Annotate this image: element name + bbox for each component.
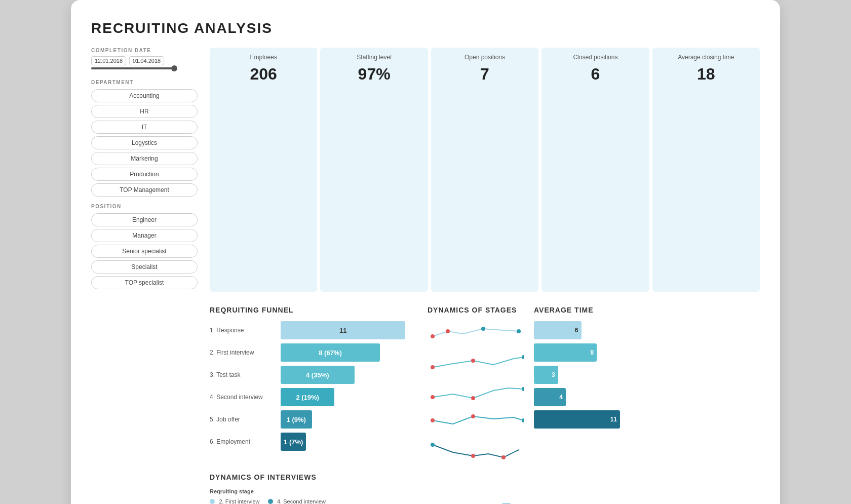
page-title: RECRUITING ANALYSIS [91,20,760,36]
svg-point-4 [431,365,435,369]
pos-senior-specialist[interactable]: Senior specialist [91,245,198,258]
kpi-staffing: Staffing level 97% [320,48,428,292]
funnel-bar-0: 11 [281,321,405,339]
sparkline-3 [428,406,524,432]
dept-top-management[interactable]: TOP Management [91,183,198,197]
kpi-avgtime: Average closing time 18 [652,48,760,292]
kpi-avgtime-label: Average closing time [657,54,755,61]
department-label: DEPARTMENT [91,80,198,85]
funnel-label-4: 5. Job offer [210,416,281,423]
dept-production[interactable]: Production [91,168,198,181]
dashboard: RECRUITING ANALYSIS COMPLETION DATE 12.0… [71,0,780,504]
kpi-emploees-value: 206 [215,65,312,84]
funnel-label-5: 6. Employment [210,438,281,445]
funnel-bar-wrap-1: 8 (67%) [281,343,422,362]
kpi-closed: Closed positions 6 [541,48,649,292]
kpi-open-value: 7 [436,65,533,84]
date-range: 12.01.2018 01.04.2018 [91,56,198,65]
funnel-section: REQRUITING FUNNEL 1. Response 11 2. Firs… [210,306,422,455]
date-slider[interactable] [91,67,177,69]
svg-point-6 [522,355,524,359]
svg-point-8 [471,396,475,400]
funnel-title: REQRUITING FUNNEL [210,306,422,314]
avgtime-section: AVERAGE TIME 6 8 3 4 11 [534,306,620,433]
top-section: COMPLETION DATE 12.01.2018 01.04.2018 DE… [91,48,760,292]
svg-point-10 [431,418,435,422]
funnel-row-2: 3. Test task 4 (35%) [210,366,422,384]
svg-point-15 [501,455,506,459]
sparkline-1 [428,350,524,375]
avgtime-bar-4: 11 [534,410,620,429]
svg-point-0 [431,334,435,338]
kpi-open-label: Open positions [436,54,533,61]
dept-markering[interactable]: Markering [91,152,198,165]
dept-logystics[interactable]: Logystics [91,136,198,149]
interviews-title: DYNAMICS OF INTERVIEWS [210,473,760,481]
funnel-row-5: 6. Employment 1 (7%) [210,433,422,451]
svg-point-9 [522,387,524,391]
pos-top-specialist[interactable]: TOP specialist [91,276,198,289]
funnel-bar-4: 1 (9%) [281,410,312,429]
avgtime-title: AVERAGE TIME [534,306,620,314]
kpi-closed-label: Closed positions [547,54,644,61]
funnel-bar-wrap-3: 2 (19%) [281,388,422,406]
pos-engineer[interactable]: Engineer [91,213,198,226]
dept-accounting[interactable]: Accounting [91,89,198,102]
funnel-label-1: 2. First interview [210,349,281,356]
completion-date-label: COMPLETION DATE [91,48,198,53]
funnel-row-0: 1. Response 11 [210,321,422,339]
kpi-avgtime-value: 18 [657,65,755,84]
funnel-label-0: 1. Response [210,327,281,334]
main-area: REQRUITING FUNNEL 1. Response 11 2. Firs… [91,306,760,504]
dept-hr[interactable]: HR [91,105,198,118]
svg-point-5 [471,359,475,363]
funnel-bar-wrap-0: 11 [281,321,422,339]
avgtime-bar-2: 3 [534,366,620,384]
kpi-open: Open positions 7 [431,48,538,292]
funnel-row-4: 5. Job offer 1 (9%) [210,410,422,429]
svg-point-13 [431,443,435,447]
funnel-row-1: 2. First interview 8 (67%) [210,343,422,362]
funnel-bar-wrap-5: 1 (7%) [281,433,422,451]
kpi-row: Emploees 206 Staffing level 97% Open pos… [210,48,760,292]
funnel-bar-wrap-2: 4 (35%) [281,366,422,384]
kpi-staffing-value: 97% [325,65,422,84]
svg-point-12 [522,418,524,422]
dept-it[interactable]: IT [91,121,198,134]
kpi-staffing-label: Staffing level [325,54,422,61]
svg-point-3 [517,329,521,333]
avgtime-bar-3: 4 [534,388,620,406]
svg-point-7 [431,395,435,399]
dynamics-section: DYNAMICS OF STAGES [428,306,529,461]
funnel-bar-5: 1 (7%) [281,433,306,451]
avgtime-bar-0: 6 [534,321,620,339]
funnel-row-3: 4. Second interview 2 (19%) [210,388,422,406]
dynamics-title: DYNAMICS OF STAGES [428,306,529,314]
date-start[interactable]: 12.01.2018 [91,56,126,65]
kpi-emploees-label: Emploees [215,54,312,61]
position-label: POSITION [91,204,198,209]
pos-manager[interactable]: Manager [91,229,198,242]
funnel-bar-3: 2 (19%) [281,388,334,406]
kpi-closed-value: 6 [547,65,644,84]
sparkline-4 [428,435,524,460]
kpi-emploees: Emploees 206 [210,48,317,292]
pos-specialist[interactable]: Specialist [91,260,198,274]
svg-point-1 [446,329,450,333]
funnel-label-3: 4. Second interview [210,394,281,401]
svg-point-11 [471,414,475,418]
sparkline-2 [428,378,524,403]
svg-point-14 [471,454,475,458]
svg-point-2 [481,327,485,331]
sparkline-0 [428,321,524,346]
avgtime-bar-1: 8 [534,343,620,362]
charts-area: REQRUITING FUNNEL 1. Response 11 2. Firs… [210,306,760,504]
funnel-bar-2: 4 (35%) [281,366,355,384]
left-panel: COMPLETION DATE 12.01.2018 01.04.2018 DE… [91,48,198,292]
funnel-bar-1: 8 (67%) [281,343,380,362]
funnel-label-2: 3. Test task [210,371,281,378]
funnel-bar-wrap-4: 1 (9%) [281,410,422,429]
left-spacer [91,306,210,504]
date-end[interactable]: 01.04.2018 [129,56,164,65]
interviews-section: DYNAMICS OF INTERVIEWS Reqruiting stage … [210,473,760,504]
